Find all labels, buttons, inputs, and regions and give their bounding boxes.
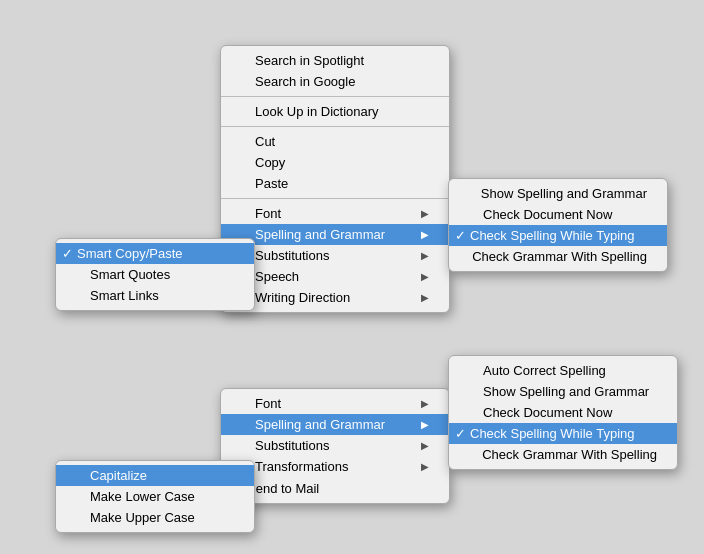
- menu-item[interactable]: Make Lower Case: [56, 486, 254, 507]
- submenu-arrow-icon: ▶: [421, 419, 429, 430]
- menu-item-label: Look Up in Dictionary: [255, 104, 429, 119]
- menu-item-label: Check Spelling While Typing: [470, 228, 647, 243]
- menu-item[interactable]: Spelling and Grammar▶: [221, 414, 449, 435]
- submenu-arrow-icon: ▶: [421, 271, 429, 282]
- menu-item-label: Smart Links: [90, 288, 234, 303]
- menu-item-label: Capitalize: [90, 468, 234, 483]
- menu-item[interactable]: Paste: [221, 173, 449, 194]
- menu-item-label: Cut: [255, 134, 429, 149]
- submenu-arrow-icon: ▶: [421, 208, 429, 219]
- menu-item-label: Show Spelling and Grammar: [481, 186, 647, 201]
- menu-item-label: Substitutions: [255, 438, 413, 453]
- menu-item[interactable]: Check Document Now: [449, 402, 677, 423]
- menu-item[interactable]: Cut: [221, 131, 449, 152]
- checkmark-icon: ✓: [455, 228, 466, 243]
- menu-item-label: Paste: [255, 176, 429, 191]
- menu-item-label: Check Document Now: [483, 405, 657, 420]
- menu-item-label: Check Grammar With Spelling: [482, 447, 657, 462]
- menu-item[interactable]: Smart Links: [56, 285, 254, 306]
- bottom-left-menu: CapitalizeMake Lower CaseMake Upper Case: [55, 460, 255, 533]
- submenu-arrow-icon: ▶: [421, 229, 429, 240]
- submenu-arrow-icon: ▶: [421, 461, 429, 472]
- menu-item-label: Spelling and Grammar: [255, 227, 413, 242]
- menu-item-label: Make Lower Case: [90, 489, 234, 504]
- menu-item[interactable]: Make Upper Case: [56, 507, 254, 528]
- menu-item[interactable]: Capitalize: [56, 465, 254, 486]
- top-sub-menu: Show Spelling and GrammarCheck Document …: [448, 178, 668, 272]
- menu-item-label: Send to Mail: [247, 481, 429, 496]
- menu-item[interactable]: Substitutions▶: [221, 245, 449, 266]
- menu-item-label: Font: [255, 396, 413, 411]
- menu-item[interactable]: Speech▶: [221, 266, 449, 287]
- menu-item[interactable]: Spelling and Grammar▶: [221, 224, 449, 245]
- menu-item[interactable]: Show Spelling and Grammar: [449, 381, 677, 402]
- submenu-arrow-icon: ▶: [421, 250, 429, 261]
- submenu-arrow-icon: ▶: [421, 440, 429, 451]
- menu-item-label: Transformations: [255, 459, 413, 474]
- menu-item-label: Auto Correct Spelling: [483, 363, 657, 378]
- menu-item-label: Speech: [255, 269, 413, 284]
- menu-item[interactable]: Look Up in Dictionary: [221, 101, 449, 122]
- menu-item-label: Check Grammar With Spelling: [472, 249, 647, 264]
- menu-item-label: Show Spelling and Grammar: [483, 384, 657, 399]
- menu-item-label: Spelling and Grammar: [255, 417, 413, 432]
- menu-item[interactable]: Smart Quotes: [56, 264, 254, 285]
- menu-item-label: Substitutions: [255, 248, 413, 263]
- menu-separator: [221, 198, 449, 199]
- checkmark-icon: ✓: [455, 426, 466, 441]
- menu-item[interactable]: Substitutions▶: [221, 435, 449, 456]
- menu-item[interactable]: Search in Spotlight: [221, 50, 449, 71]
- menu-item[interactable]: Font▶: [221, 393, 449, 414]
- menu-item-label: Writing Direction: [255, 290, 413, 305]
- menu-item[interactable]: Check Document Now: [449, 204, 667, 225]
- menu-item[interactable]: Font▶: [221, 203, 449, 224]
- menu-item[interactable]: Copy: [221, 152, 449, 173]
- menu-separator: [221, 126, 449, 127]
- menu-item-label: Search in Google: [255, 74, 429, 89]
- top-left-menu: ✓Smart Copy/PasteSmart QuotesSmart Links: [55, 238, 255, 311]
- menu-item-label: Check Document Now: [483, 207, 647, 222]
- menu-item-label: Check Spelling While Typing: [470, 426, 657, 441]
- menu-item[interactable]: ✉Send to Mail: [221, 477, 449, 499]
- submenu-arrow-icon: ▶: [421, 292, 429, 303]
- bottom-sub-menu: Auto Correct SpellingShow Spelling and G…: [448, 355, 678, 470]
- menu-separator: [221, 96, 449, 97]
- menu-item-label: Smart Copy/Paste: [77, 246, 234, 261]
- menu-item-label: Copy: [255, 155, 429, 170]
- menu-item[interactable]: ✓Check Spelling While Typing: [449, 423, 677, 444]
- menu-item[interactable]: Transformations▶: [221, 456, 449, 477]
- menu-item[interactable]: Writing Direction▶: [221, 287, 449, 308]
- menu-item[interactable]: Check Grammar With Spelling: [449, 246, 667, 267]
- submenu-arrow-icon: ▶: [421, 398, 429, 409]
- menu-item[interactable]: Search in Google: [221, 71, 449, 92]
- menu-item-label: Make Upper Case: [90, 510, 234, 525]
- menu-item-label: Font: [255, 206, 413, 221]
- menu-item[interactable]: Show Spelling and Grammar: [449, 183, 667, 204]
- menu-item[interactable]: ✓Check Spelling While Typing: [449, 225, 667, 246]
- menu-item-label: Search in Spotlight: [255, 53, 429, 68]
- checkmark-icon: ✓: [62, 246, 73, 261]
- menu-item[interactable]: Auto Correct Spelling: [449, 360, 677, 381]
- menu-item[interactable]: ✓Smart Copy/Paste: [56, 243, 254, 264]
- menu-item-label: Smart Quotes: [90, 267, 234, 282]
- menu-item[interactable]: Check Grammar With Spelling: [449, 444, 677, 465]
